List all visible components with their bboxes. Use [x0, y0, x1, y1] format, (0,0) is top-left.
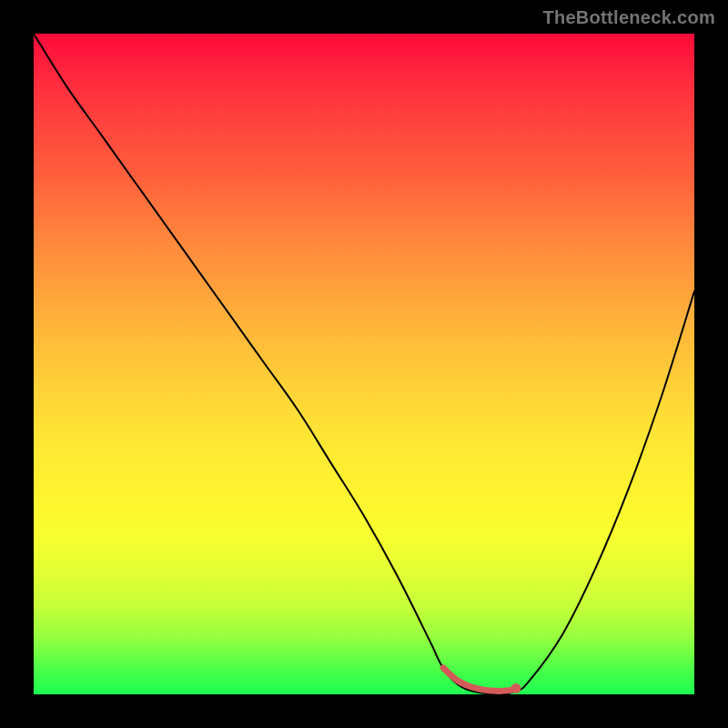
chart-svg: [34, 34, 694, 694]
attribution-text: TheBottleneck.com: [542, 7, 715, 28]
highlight-end-dot: [511, 683, 521, 693]
plot-area: [34, 34, 694, 694]
bottleneck-curve: [34, 34, 694, 694]
chart-frame: TheBottleneck.com: [0, 0, 728, 728]
optimal-range-highlight: [443, 668, 516, 691]
